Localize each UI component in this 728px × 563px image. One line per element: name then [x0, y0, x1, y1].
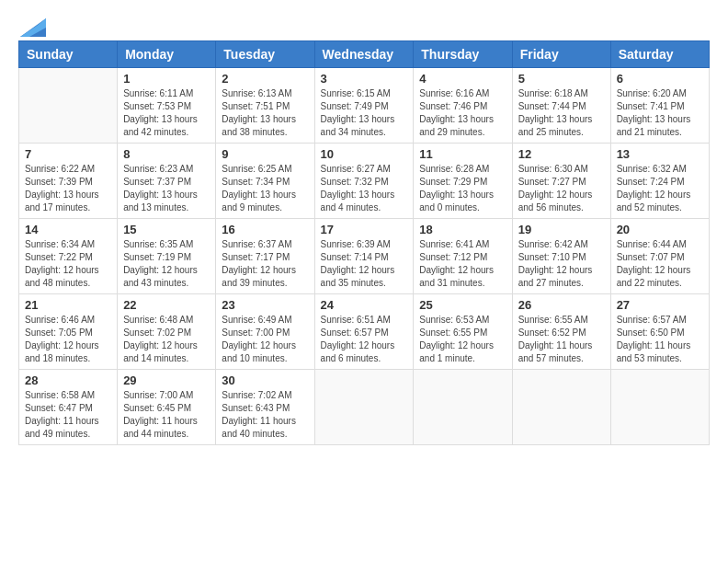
calendar-cell: 30Sunrise: 7:02 AMSunset: 6:43 PMDayligh…	[216, 370, 314, 445]
day-info: Sunrise: 7:00 AMSunset: 6:45 PMDaylight:…	[123, 389, 210, 441]
day-info: Sunrise: 6:25 AMSunset: 7:34 PMDaylight:…	[222, 163, 308, 214]
day-number: 9	[222, 147, 308, 161]
calendar-cell: 10Sunrise: 6:27 AMSunset: 7:32 PMDayligh…	[314, 144, 414, 219]
day-info: Sunrise: 6:20 AMSunset: 7:41 PMDaylight:…	[617, 87, 703, 139]
calendar-table: SundayMondayTuesdayWednesdayThursdayFrid…	[18, 40, 710, 445]
day-number: 8	[123, 147, 210, 161]
day-number: 30	[222, 373, 308, 387]
calendar-cell	[610, 370, 709, 445]
calendar-cell: 15Sunrise: 6:35 AMSunset: 7:19 PMDayligh…	[118, 219, 216, 294]
calendar-cell: 14Sunrise: 6:34 AMSunset: 7:22 PMDayligh…	[19, 219, 118, 294]
day-number: 28	[25, 373, 111, 387]
day-number: 2	[222, 72, 308, 86]
calendar-cell: 23Sunrise: 6:49 AMSunset: 7:00 PMDayligh…	[216, 294, 314, 370]
day-info: Sunrise: 6:57 AMSunset: 6:50 PMDaylight:…	[617, 314, 703, 365]
day-info: Sunrise: 6:53 AMSunset: 6:55 PMDaylight:…	[419, 314, 506, 365]
day-info: Sunrise: 6:15 AMSunset: 7:49 PMDaylight:…	[321, 87, 408, 139]
day-info: Sunrise: 6:44 AMSunset: 7:07 PMDaylight:…	[617, 238, 703, 290]
column-header-tuesday: Tuesday	[216, 41, 314, 68]
day-number: 13	[617, 147, 703, 161]
day-info: Sunrise: 6:48 AMSunset: 7:02 PMDaylight:…	[123, 314, 210, 365]
calendar-cell: 27Sunrise: 6:57 AMSunset: 6:50 PMDayligh…	[610, 294, 709, 370]
day-number: 17	[321, 223, 408, 236]
calendar-cell: 26Sunrise: 6:55 AMSunset: 6:52 PMDayligh…	[512, 294, 610, 370]
calendar-week-row: 14Sunrise: 6:34 AMSunset: 7:22 PMDayligh…	[19, 219, 710, 294]
calendar-cell: 7Sunrise: 6:22 AMSunset: 7:39 PMDaylight…	[19, 144, 118, 219]
day-number: 15	[123, 223, 210, 236]
calendar-cell: 20Sunrise: 6:44 AMSunset: 7:07 PMDayligh…	[610, 219, 709, 294]
day-number: 19	[518, 223, 605, 236]
calendar-cell	[512, 370, 610, 445]
calendar-cell	[19, 68, 118, 144]
day-info: Sunrise: 6:32 AMSunset: 7:24 PMDaylight:…	[617, 163, 703, 214]
column-header-thursday: Thursday	[414, 41, 512, 68]
calendar-week-row: 1Sunrise: 6:11 AMSunset: 7:53 PMDaylight…	[19, 68, 710, 144]
day-number: 7	[25, 147, 111, 161]
day-info: Sunrise: 6:13 AMSunset: 7:51 PMDaylight:…	[222, 87, 308, 139]
calendar-cell: 5Sunrise: 6:18 AMSunset: 7:44 PMDaylight…	[512, 68, 610, 144]
calendar-cell: 2Sunrise: 6:13 AMSunset: 7:51 PMDaylight…	[216, 68, 314, 144]
day-info: Sunrise: 7:02 AMSunset: 6:43 PMDaylight:…	[222, 389, 308, 441]
calendar-week-row: 21Sunrise: 6:46 AMSunset: 7:05 PMDayligh…	[19, 294, 710, 370]
day-number: 1	[123, 72, 210, 86]
day-number: 20	[617, 223, 703, 236]
day-info: Sunrise: 6:22 AMSunset: 7:39 PMDaylight:…	[25, 163, 111, 214]
day-number: 18	[419, 223, 506, 236]
day-info: Sunrise: 6:28 AMSunset: 7:29 PMDaylight:…	[419, 163, 506, 214]
calendar-cell: 12Sunrise: 6:30 AMSunset: 7:27 PMDayligh…	[512, 144, 610, 219]
day-info: Sunrise: 6:49 AMSunset: 7:00 PMDaylight:…	[222, 314, 308, 365]
day-number: 22	[123, 298, 210, 312]
day-info: Sunrise: 6:58 AMSunset: 6:47 PMDaylight:…	[25, 389, 111, 441]
day-number: 10	[321, 147, 408, 161]
day-number: 27	[617, 298, 703, 312]
calendar-cell: 4Sunrise: 6:16 AMSunset: 7:46 PMDaylight…	[414, 68, 512, 144]
day-number: 25	[419, 298, 506, 312]
calendar-cell: 17Sunrise: 6:39 AMSunset: 7:14 PMDayligh…	[314, 219, 414, 294]
column-header-wednesday: Wednesday	[314, 41, 414, 68]
day-number: 11	[419, 147, 506, 161]
day-number: 21	[25, 298, 111, 312]
calendar-cell: 13Sunrise: 6:32 AMSunset: 7:24 PMDayligh…	[610, 144, 709, 219]
day-number: 5	[518, 72, 605, 86]
column-header-saturday: Saturday	[610, 41, 709, 68]
day-info: Sunrise: 6:11 AMSunset: 7:53 PMDaylight:…	[123, 87, 210, 139]
calendar-week-row: 7Sunrise: 6:22 AMSunset: 7:39 PMDaylight…	[19, 144, 710, 219]
day-info: Sunrise: 6:35 AMSunset: 7:19 PMDaylight:…	[123, 238, 210, 290]
day-info: Sunrise: 6:42 AMSunset: 7:10 PMDaylight:…	[518, 238, 605, 290]
logo	[18, 18, 46, 31]
column-header-friday: Friday	[512, 41, 610, 68]
day-info: Sunrise: 6:41 AMSunset: 7:12 PMDaylight:…	[419, 238, 506, 290]
day-number: 3	[321, 72, 408, 86]
logo-icon	[20, 18, 46, 37]
calendar-cell: 18Sunrise: 6:41 AMSunset: 7:12 PMDayligh…	[414, 219, 512, 294]
calendar-cell: 9Sunrise: 6:25 AMSunset: 7:34 PMDaylight…	[216, 144, 314, 219]
calendar-cell: 29Sunrise: 7:00 AMSunset: 6:45 PMDayligh…	[118, 370, 216, 445]
day-info: Sunrise: 6:51 AMSunset: 6:57 PMDaylight:…	[321, 314, 408, 365]
day-number: 16	[222, 223, 308, 236]
calendar-cell: 22Sunrise: 6:48 AMSunset: 7:02 PMDayligh…	[118, 294, 216, 370]
calendar-cell: 1Sunrise: 6:11 AMSunset: 7:53 PMDaylight…	[118, 68, 216, 144]
day-info: Sunrise: 6:37 AMSunset: 7:17 PMDaylight:…	[222, 238, 308, 290]
day-info: Sunrise: 6:39 AMSunset: 7:14 PMDaylight:…	[321, 238, 408, 290]
calendar-cell: 28Sunrise: 6:58 AMSunset: 6:47 PMDayligh…	[19, 370, 118, 445]
day-number: 24	[321, 298, 408, 312]
day-info: Sunrise: 6:55 AMSunset: 6:52 PMDaylight:…	[518, 314, 605, 365]
day-number: 23	[222, 298, 308, 312]
calendar-header-row: SundayMondayTuesdayWednesdayThursdayFrid…	[19, 41, 710, 68]
calendar-cell: 24Sunrise: 6:51 AMSunset: 6:57 PMDayligh…	[314, 294, 414, 370]
calendar-cell: 19Sunrise: 6:42 AMSunset: 7:10 PMDayligh…	[512, 219, 610, 294]
day-number: 6	[617, 72, 703, 86]
calendar-cell	[314, 370, 414, 445]
calendar-cell: 25Sunrise: 6:53 AMSunset: 6:55 PMDayligh…	[414, 294, 512, 370]
day-info: Sunrise: 6:27 AMSunset: 7:32 PMDaylight:…	[321, 163, 408, 214]
column-header-sunday: Sunday	[19, 41, 118, 68]
day-number: 26	[518, 298, 605, 312]
day-info: Sunrise: 6:16 AMSunset: 7:46 PMDaylight:…	[419, 87, 506, 139]
day-number: 12	[518, 147, 605, 161]
day-info: Sunrise: 6:23 AMSunset: 7:37 PMDaylight:…	[123, 163, 210, 214]
day-number: 14	[25, 223, 111, 236]
column-header-monday: Monday	[118, 41, 216, 68]
page-header	[18, 18, 710, 31]
calendar-cell: 8Sunrise: 6:23 AMSunset: 7:37 PMDaylight…	[118, 144, 216, 219]
day-info: Sunrise: 6:46 AMSunset: 7:05 PMDaylight:…	[25, 314, 111, 365]
